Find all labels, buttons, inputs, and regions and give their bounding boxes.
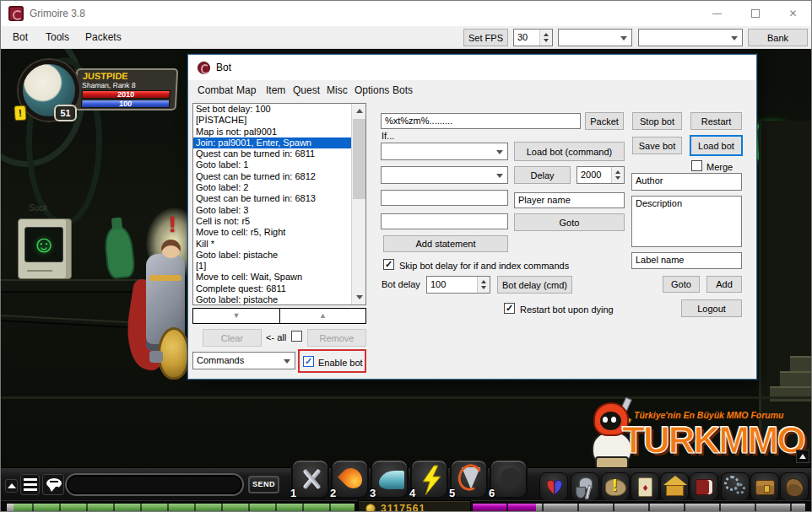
bot-delay-spinner[interactable]: 100 bbox=[426, 276, 490, 294]
list-scrollbar[interactable] bbox=[351, 104, 365, 305]
packet-button[interactable]: Packet bbox=[585, 112, 624, 130]
load-bot-button[interactable]: Load bot bbox=[690, 136, 742, 155]
command-item[interactable]: Move to cell: Wait, Spawn bbox=[193, 272, 365, 283]
skill-slot-6[interactable]: 6 bbox=[490, 459, 528, 499]
menu-options[interactable]: Options bbox=[355, 84, 389, 96]
if-dropdown-2[interactable] bbox=[381, 166, 508, 184]
add-button[interactable]: Add bbox=[706, 276, 742, 293]
command-item[interactable]: Goto label: 1 bbox=[193, 159, 365, 170]
close-button[interactable]: ✕ bbox=[774, 1, 812, 26]
character-menu-button[interactable] bbox=[571, 472, 599, 501]
move-down-button[interactable]: ▼ bbox=[193, 309, 279, 323]
chat-input[interactable] bbox=[65, 473, 244, 496]
menu-item[interactable]: Item bbox=[266, 84, 285, 96]
remove-button[interactable]: Remove bbox=[307, 329, 366, 347]
command-list[interactable]: Set bot delay: 100 [PİSTACHE] Map is not… bbox=[192, 103, 366, 305]
settings-menu-button[interactable] bbox=[721, 472, 750, 501]
fps-spinner[interactable]: 30 bbox=[513, 29, 553, 46]
statement-input-1[interactable] bbox=[381, 190, 508, 206]
command-item[interactable]: Set bot delay: 100 bbox=[193, 104, 365, 115]
quests-menu-button[interactable]: ! bbox=[601, 472, 630, 501]
command-item[interactable]: Quest can be turned in: 6813 bbox=[193, 193, 365, 204]
scroll-top-button[interactable] bbox=[796, 450, 809, 463]
delay-spinner-arrows[interactable] bbox=[611, 167, 624, 183]
bank-button[interactable]: Bank bbox=[748, 29, 808, 46]
description-textarea[interactable]: Description bbox=[631, 196, 742, 247]
menu-packets[interactable]: Packets bbox=[85, 31, 122, 43]
fps-spinner-arrows[interactable] bbox=[539, 30, 552, 46]
health-menu-button[interactable] bbox=[539, 472, 568, 501]
skill-slot-2[interactable]: 2 bbox=[331, 459, 369, 499]
inventory-menu-button[interactable] bbox=[780, 472, 809, 501]
command-item[interactable]: [1] bbox=[193, 261, 365, 272]
send-button[interactable]: SEND bbox=[248, 476, 279, 493]
if-dropdown-1[interactable] bbox=[381, 143, 508, 160]
skip-delay-checkbox[interactable]: ✓ bbox=[383, 259, 394, 270]
command-item[interactable]: Kill * bbox=[193, 239, 365, 250]
command-item[interactable]: Quest can be turned in: 6812 bbox=[193, 171, 365, 182]
merge-checkbox[interactable] bbox=[691, 160, 702, 171]
command-item[interactable]: Map is not: pal9001 bbox=[193, 127, 365, 137]
bot-delay-spinner-arrows[interactable] bbox=[477, 277, 490, 293]
command-item[interactable]: Goto label: pistache bbox=[193, 250, 365, 261]
maximize-button[interactable] bbox=[736, 1, 774, 26]
statement-input-2[interactable] bbox=[381, 213, 508, 229]
home-menu-button[interactable] bbox=[660, 472, 689, 501]
skill-number: 4 bbox=[409, 487, 415, 499]
skill-slot-4[interactable]: 4 bbox=[410, 459, 448, 499]
command-item[interactable]: Goto label: pistache bbox=[193, 294, 365, 305]
author-input[interactable]: Author bbox=[631, 173, 742, 191]
toolbar-dropdown-2[interactable] bbox=[638, 29, 743, 46]
load-bot-command-button[interactable]: Load bot (command) bbox=[514, 142, 625, 161]
toolbar-dropdown-1[interactable] bbox=[558, 29, 632, 46]
clear-button[interactable]: Clear bbox=[203, 329, 262, 347]
skill-slot-5[interactable]: 5 bbox=[450, 459, 488, 499]
commands-dropdown[interactable]: Commands bbox=[192, 352, 295, 369]
chat-menu-button[interactable] bbox=[20, 474, 40, 495]
menu-tools[interactable]: Tools bbox=[46, 31, 69, 43]
skill-slot-1[interactable]: 1 bbox=[291, 459, 329, 499]
move-up-button[interactable]: ▲ bbox=[279, 309, 365, 323]
menu-combat[interactable]: Combat bbox=[198, 84, 233, 96]
command-item-selected[interactable]: Join: pal9001, Enter, Spawn bbox=[193, 137, 365, 148]
menu-misc[interactable]: Misc bbox=[327, 84, 348, 96]
skill-slot-3[interactable]: 3 bbox=[371, 459, 409, 499]
minimize-button[interactable] bbox=[698, 1, 736, 26]
logout-button[interactable]: Logout bbox=[681, 299, 742, 317]
spin-up-icon bbox=[615, 170, 620, 174]
set-fps-button[interactable]: Set FPS bbox=[463, 29, 508, 46]
menu-quest[interactable]: Quest bbox=[293, 84, 320, 96]
goto-button-mid[interactable]: Goto bbox=[514, 213, 625, 231]
packet-input[interactable]: %xt%zm%......... bbox=[381, 113, 581, 129]
delay-spinner[interactable]: 2000 bbox=[577, 166, 625, 184]
enable-bot-checkbox[interactable]: ✓ bbox=[303, 356, 314, 367]
menu-bot[interactable]: Bot bbox=[13, 31, 28, 43]
menu-bots[interactable]: Bots bbox=[392, 84, 413, 96]
book-menu-button[interactable] bbox=[690, 472, 718, 501]
restart-dying-checkbox[interactable]: ✓ bbox=[504, 303, 515, 314]
restart-button[interactable]: Restart bbox=[690, 112, 742, 130]
transfer-all-checkbox[interactable] bbox=[291, 331, 302, 342]
command-item[interactable]: Move to cell: r5, Right bbox=[193, 227, 365, 238]
player-name-input[interactable]: Player name bbox=[514, 192, 625, 208]
chat-bubble-button[interactable] bbox=[42, 474, 64, 495]
command-item[interactable]: Goto label: 3 bbox=[193, 205, 365, 216]
delay-button[interactable]: Delay bbox=[514, 166, 571, 184]
chat-expand-button[interactable] bbox=[5, 479, 18, 493]
add-statement-button[interactable]: Add statement bbox=[383, 235, 508, 252]
command-item[interactable]: [PİSTACHE] bbox=[193, 115, 365, 126]
label-name-input[interactable]: Label name bbox=[631, 252, 742, 269]
goto-button-right[interactable]: Goto bbox=[663, 276, 700, 293]
spells-menu-button[interactable]: ♦ bbox=[631, 472, 659, 501]
command-item[interactable]: Goto label: 2 bbox=[193, 182, 365, 193]
command-item[interactable]: Complete quest: 6811 bbox=[193, 283, 365, 294]
save-bot-button[interactable]: Save bot bbox=[632, 137, 682, 154]
green-glove bbox=[103, 224, 136, 279]
chest-menu-button[interactable] bbox=[750, 472, 779, 501]
command-item[interactable]: Cell is not: r5 bbox=[193, 216, 365, 227]
bot-delay-cmd-button[interactable]: Bot delay (cmd) bbox=[497, 276, 572, 294]
stop-bot-button[interactable]: Stop bot bbox=[632, 112, 682, 130]
menu-map[interactable]: Map bbox=[236, 84, 256, 96]
command-item[interactable]: Quest can be turned in: 6811 bbox=[193, 148, 365, 159]
scrollbar-thumb[interactable] bbox=[353, 119, 365, 199]
